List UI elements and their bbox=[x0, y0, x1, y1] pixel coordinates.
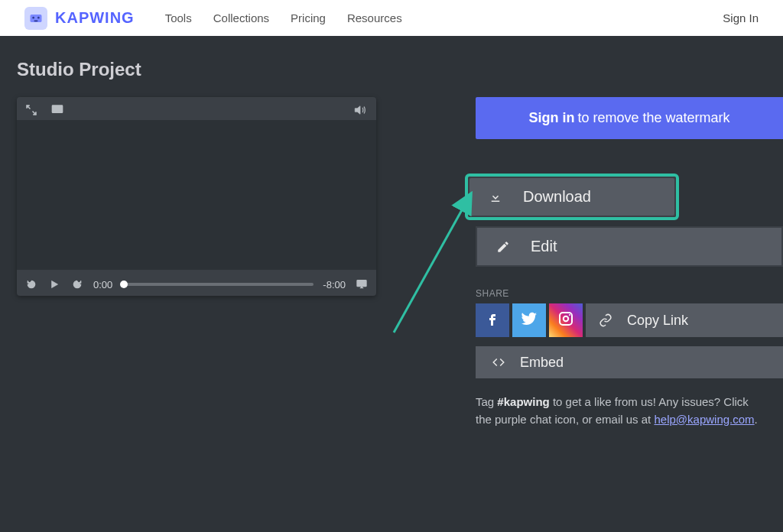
svg-point-10 bbox=[569, 314, 570, 316]
svg-point-9 bbox=[564, 316, 568, 321]
footer-hashtag: #kapwing bbox=[497, 395, 549, 408]
play-icon[interactable] bbox=[47, 277, 61, 291]
player-canvas bbox=[17, 120, 376, 270]
share-twitter[interactable] bbox=[512, 303, 546, 337]
download-label: Download bbox=[523, 188, 591, 206]
svg-point-2 bbox=[37, 16, 40, 18]
nav-right: Sign In bbox=[723, 11, 759, 25]
copy-link-button[interactable]: Copy Link bbox=[586, 303, 783, 337]
page-body: Studio Project bbox=[0, 36, 783, 428]
share-row: Copy Link bbox=[476, 303, 783, 337]
time-remaining: -8:00 bbox=[323, 279, 346, 290]
footer-email-link[interactable]: help@kapwing.com bbox=[654, 413, 754, 426]
volume-icon[interactable] bbox=[353, 103, 367, 117]
svg-point-1 bbox=[32, 16, 34, 18]
footer-pre: Tag bbox=[476, 395, 497, 408]
main-columns: 0:00 -8:00 Sign in to remove the waterma… bbox=[17, 97, 783, 428]
svg-rect-3 bbox=[34, 20, 38, 21]
copy-link-label: Copy Link bbox=[627, 313, 688, 329]
pip-icon[interactable] bbox=[50, 103, 64, 117]
video-player[interactable]: 0:00 -8:00 bbox=[17, 97, 376, 296]
fullscreen-icon[interactable] bbox=[24, 103, 38, 117]
edit-button[interactable]: Edit bbox=[476, 226, 783, 267]
svg-rect-7 bbox=[492, 200, 500, 202]
signin-banner-rest: to remove the watermark bbox=[577, 110, 729, 126]
edit-icon bbox=[495, 239, 511, 255]
share-facebook[interactable] bbox=[476, 303, 509, 337]
facebook-icon bbox=[483, 310, 502, 331]
time-current: 0:00 bbox=[93, 279, 112, 290]
nav-signin[interactable]: Sign In bbox=[723, 11, 759, 24]
nav-links: Tools Collections Pricing Resources bbox=[165, 11, 402, 24]
download-icon bbox=[488, 190, 503, 205]
seek-track[interactable] bbox=[122, 283, 314, 286]
rewind-15-icon[interactable] bbox=[24, 277, 38, 291]
seek-thumb[interactable] bbox=[120, 281, 128, 288]
logo-mark-icon bbox=[24, 7, 47, 30]
nav-link-collections[interactable]: Collections bbox=[213, 11, 269, 24]
player-bottom-controls: 0:00 -8:00 bbox=[24, 277, 369, 291]
embed-label: Embed bbox=[520, 355, 564, 371]
nav-left: KAPWING Tools Collections Pricing Resour… bbox=[24, 7, 402, 30]
right-column: Sign in to remove the watermark Download… bbox=[476, 97, 783, 428]
embed-icon bbox=[491, 355, 506, 370]
download-highlight: Download bbox=[465, 174, 679, 220]
share-instagram[interactable] bbox=[549, 303, 583, 337]
player-top-controls bbox=[24, 103, 64, 117]
link-icon bbox=[598, 313, 613, 328]
instagram-icon bbox=[557, 310, 575, 331]
signin-banner-bold: Sign in bbox=[528, 110, 574, 126]
share-label: SHARE bbox=[476, 288, 783, 299]
brand-logo[interactable]: KAPWING bbox=[24, 7, 135, 30]
svg-rect-5 bbox=[57, 109, 61, 112]
embed-button[interactable]: Embed bbox=[476, 346, 783, 378]
nav-link-tools[interactable]: Tools bbox=[165, 11, 192, 24]
page-title: Studio Project bbox=[17, 59, 783, 80]
download-button[interactable]: Download bbox=[468, 177, 676, 217]
nav-link-pricing[interactable]: Pricing bbox=[291, 11, 326, 24]
forward-15-icon[interactable] bbox=[70, 277, 84, 291]
brand-name: KAPWING bbox=[55, 9, 135, 27]
top-nav: KAPWING Tools Collections Pricing Resour… bbox=[0, 0, 783, 36]
svg-rect-6 bbox=[357, 281, 366, 287]
signin-banner[interactable]: Sign in to remove the watermark bbox=[476, 97, 783, 139]
footer-post: . bbox=[755, 413, 758, 426]
edit-label: Edit bbox=[531, 238, 557, 255]
nav-link-resources[interactable]: Resources bbox=[347, 11, 402, 24]
twitter-icon bbox=[520, 310, 538, 331]
airplay-icon[interactable] bbox=[355, 277, 369, 291]
footer-text: Tag #kapwing to get a like from us! Any … bbox=[476, 394, 766, 428]
